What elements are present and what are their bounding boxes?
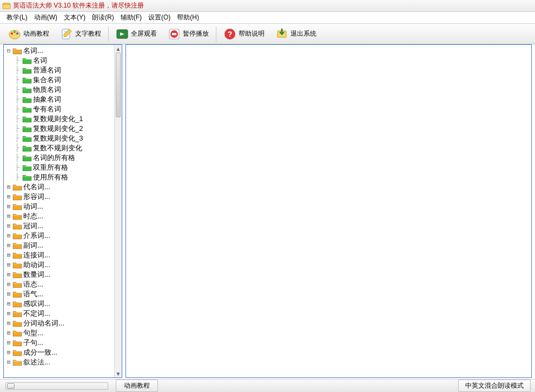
- tree-label: 物质名词: [33, 85, 61, 95]
- tree-label: 冠词...: [23, 221, 43, 231]
- expand-icon[interactable]: ⊞: [5, 202, 12, 211]
- tree-item[interactable]: ⊟名词...: [5, 46, 121, 56]
- tree-item[interactable]: ⊞冠词...: [5, 221, 121, 231]
- tree-label: 叙述法...: [23, 357, 50, 367]
- playback-slider[interactable]: [5, 382, 108, 390]
- tree-item[interactable]: ·├复数规则变化_1: [5, 114, 121, 124]
- tree-item[interactable]: ⊞语气...: [5, 289, 121, 299]
- scroll-thumb[interactable]: [116, 52, 121, 117]
- folder-icon: [12, 261, 22, 269]
- tree-item[interactable]: ·├物质名词: [5, 85, 121, 95]
- menu-read[interactable]: 朗读(R): [89, 12, 117, 23]
- folder-icon: [22, 173, 32, 182]
- tree-item[interactable]: ⊞连接词...: [5, 250, 121, 260]
- tree-item[interactable]: ·├名词的所有格: [5, 153, 121, 163]
- expand-icon[interactable]: ⊞: [5, 231, 12, 241]
- expand-icon[interactable]: ⊞: [5, 299, 12, 309]
- tree-item[interactable]: ⊞助动词...: [5, 260, 121, 270]
- tree-item[interactable]: ·├普通名词: [5, 65, 121, 75]
- scroll-down-icon[interactable]: ▼: [115, 370, 122, 377]
- tree-label: 连接词...: [23, 250, 50, 260]
- svg-rect-1: [3, 3, 10, 5]
- tree-item[interactable]: ⊞介系词...: [5, 231, 121, 241]
- tree-item[interactable]: ⊞时态...: [5, 211, 121, 221]
- menu-text[interactable]: 文本(Y): [61, 12, 89, 23]
- menu-settings[interactable]: 设置(O): [145, 12, 174, 23]
- folder-icon: [22, 163, 32, 172]
- tree-item[interactable]: ·├专有名词: [5, 104, 121, 114]
- expand-icon[interactable]: ⊞: [5, 241, 12, 250]
- tree-item[interactable]: ⊞不定词...: [5, 309, 121, 318]
- tree-item[interactable]: ·├使用所有格: [5, 172, 121, 182]
- tree-label: 复数规则变化_2: [33, 124, 83, 134]
- tree-item[interactable]: ⊞感叹词...: [5, 299, 121, 309]
- folder-icon: [12, 329, 22, 337]
- expand-icon[interactable]: ⊞: [5, 328, 12, 338]
- tree-label: 助动词...: [23, 260, 50, 270]
- tree-item[interactable]: ⊞数量词...: [5, 270, 121, 280]
- tree-item[interactable]: ·├复数规则变化_2: [5, 124, 121, 134]
- window-title: 英语语法大师 V3.10 软件未注册，请尽快注册: [13, 1, 144, 10]
- expand-icon[interactable]: ⊞: [5, 280, 12, 289]
- text-tutorial-button[interactable]: 文字教程: [55, 25, 106, 43]
- tree-item[interactable]: ·├双重所有格: [5, 163, 121, 172]
- toolbar-label: 动画教程: [23, 29, 49, 38]
- exit-button[interactable]: 退出系统: [270, 25, 321, 43]
- expand-icon[interactable]: ⊞: [5, 348, 12, 357]
- tree-connector: ├: [12, 104, 22, 114]
- menu-teach[interactable]: 教学(L): [3, 12, 31, 23]
- tree-label: 形容词...: [23, 192, 50, 202]
- tree-connector: ├: [12, 114, 22, 124]
- fullscreen-button[interactable]: 全屏观看: [111, 25, 162, 43]
- scroll-up-icon[interactable]: ▲: [115, 45, 122, 52]
- expand-icon[interactable]: ⊞: [5, 357, 12, 367]
- tree-item[interactable]: ·├复数不规则变化: [5, 143, 121, 153]
- expand-icon[interactable]: ⊞: [5, 192, 12, 202]
- animation-tutorial-button[interactable]: 动画教程: [3, 25, 54, 43]
- expand-icon[interactable]: ⊞: [5, 260, 12, 270]
- tree-item[interactable]: ·├名词: [5, 56, 121, 65]
- tree-label: 句型...: [23, 328, 43, 338]
- expand-icon[interactable]: ⊞: [5, 289, 12, 299]
- expand-icon[interactable]: ⊞: [5, 318, 12, 328]
- tree-item[interactable]: ⊞代名词...: [5, 182, 121, 192]
- tree-item[interactable]: ⊞语态...: [5, 280, 121, 289]
- tree-item[interactable]: ⊞形容词...: [5, 192, 121, 202]
- svg-rect-13: [172, 33, 176, 35]
- stop-icon: [168, 28, 181, 41]
- folder-icon: [12, 251, 22, 260]
- tree-item[interactable]: ⊞动词...: [5, 202, 121, 211]
- tree-item[interactable]: ⊞分词动名词...: [5, 318, 121, 328]
- tree-item[interactable]: ⊞句型...: [5, 328, 121, 338]
- expand-icon[interactable]: ⊞: [5, 221, 12, 231]
- toolbar: 动画教程 文字教程 全屏观看 暂停播放 ? 帮助说明 退出系统: [0, 24, 535, 44]
- slider-knob[interactable]: [7, 383, 15, 389]
- tree-item[interactable]: ·├集合名词: [5, 75, 121, 85]
- pause-button[interactable]: 暂停播放: [163, 25, 214, 43]
- status-mode-button[interactable]: 动画教程: [116, 380, 158, 392]
- status-reading-mode[interactable]: 中英文混合朗读模式: [458, 380, 531, 392]
- help-button[interactable]: ? 帮助说明: [219, 25, 269, 43]
- tree-item[interactable]: ⊞成分一致...: [5, 348, 121, 357]
- folder-icon: [22, 154, 32, 162]
- expand-icon[interactable]: ⊞: [5, 270, 12, 280]
- tree-item[interactable]: ⊞子句...: [5, 338, 121, 348]
- folder-icon: [22, 95, 32, 104]
- expand-icon[interactable]: ⊞: [5, 250, 12, 260]
- collapse-icon[interactable]: ⊟: [5, 46, 12, 56]
- expand-icon[interactable]: ⊞: [5, 211, 12, 221]
- tree-label: 复数不规则变化: [33, 143, 82, 153]
- menu-assist[interactable]: 辅助(F): [117, 12, 145, 23]
- expand-icon[interactable]: ⊞: [5, 338, 12, 348]
- tree-item[interactable]: ·├复数规则变化_3: [5, 134, 121, 143]
- tree-item[interactable]: ⊞叙述法...: [5, 357, 121, 367]
- expand-icon[interactable]: ⊞: [5, 182, 12, 192]
- tree-label: 介系词...: [23, 231, 50, 241]
- menu-animation[interactable]: 动画(W): [31, 12, 61, 23]
- tree-item[interactable]: ·├抽象名词: [5, 95, 121, 104]
- tree-item[interactable]: ⊞副词...: [5, 241, 121, 250]
- expand-icon[interactable]: ⊞: [5, 309, 12, 318]
- menu-help[interactable]: 帮助(H): [174, 12, 202, 23]
- tree-connector: ├: [12, 85, 22, 95]
- tree-scrollbar[interactable]: ▲ ▼: [114, 45, 122, 377]
